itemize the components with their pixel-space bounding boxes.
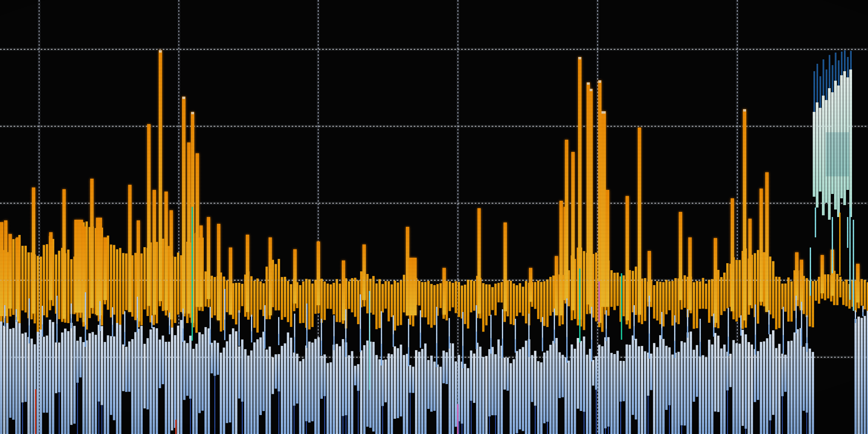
monitor-screen-photo — [0, 0, 868, 434]
spectrum-waveform-canvas — [0, 0, 868, 434]
